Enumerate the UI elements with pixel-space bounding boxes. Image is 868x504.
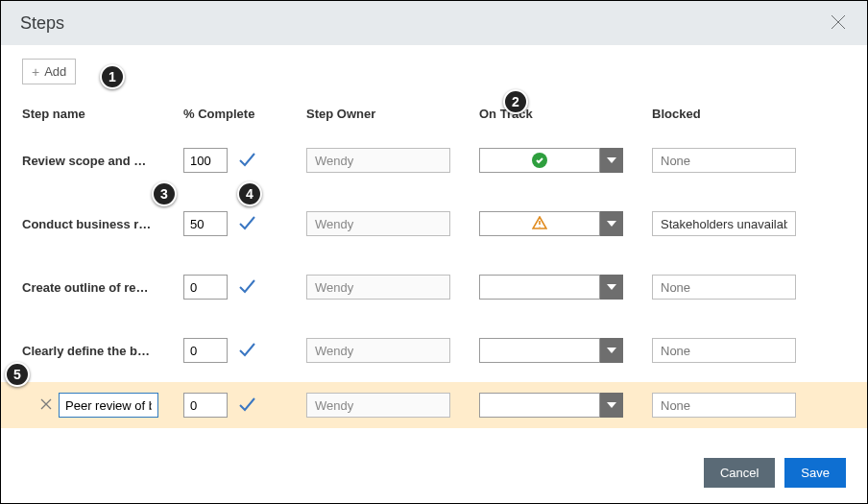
blocked-input[interactable] — [652, 148, 796, 173]
pct-input[interactable] — [183, 211, 228, 236]
track-select[interactable] — [479, 393, 623, 418]
chevron-down-icon[interactable] — [600, 275, 623, 300]
header-blocked: Blocked — [652, 107, 831, 121]
complete-icon[interactable] — [237, 213, 256, 235]
step-name: Create outline of re… — [22, 280, 166, 295]
callout-2: 2 — [503, 89, 528, 114]
add-button-label: Add — [44, 64, 66, 79]
delete-row-icon[interactable] — [39, 397, 53, 414]
track-value — [479, 393, 600, 418]
header-step-name: Step name — [22, 107, 183, 121]
callout-3: 3 — [152, 181, 177, 206]
track-value — [479, 275, 600, 300]
complete-icon[interactable] — [237, 340, 256, 362]
pct-input[interactable] — [183, 148, 228, 173]
blocked-input[interactable] — [652, 393, 796, 418]
track-value — [479, 338, 600, 363]
cancel-button[interactable]: Cancel — [704, 458, 775, 488]
plus-icon: + — [32, 65, 39, 79]
table-row: Clearly define the b… — [22, 319, 846, 382]
blocked-input[interactable] — [652, 211, 796, 236]
chevron-down-icon[interactable] — [600, 211, 623, 236]
track-select[interactable] — [479, 338, 623, 363]
owner-input[interactable] — [306, 211, 450, 236]
dialog-header: Steps — [1, 1, 867, 45]
owner-input[interactable] — [306, 393, 450, 418]
blocked-input[interactable] — [652, 275, 796, 300]
owner-input[interactable] — [306, 148, 450, 173]
callout-5: 5 — [5, 362, 30, 387]
track-value — [479, 148, 600, 173]
blocked-input[interactable] — [652, 338, 796, 363]
close-icon[interactable] — [829, 12, 848, 35]
dialog-title: Steps — [20, 13, 64, 34]
chevron-down-icon[interactable] — [600, 148, 623, 173]
owner-input[interactable] — [306, 275, 450, 300]
complete-icon[interactable] — [237, 150, 256, 172]
step-name-input[interactable] — [59, 393, 158, 418]
complete-icon[interactable] — [237, 395, 256, 417]
callout-1: 1 — [100, 64, 125, 89]
pct-input[interactable] — [183, 393, 228, 418]
add-button[interactable]: + Add — [22, 59, 76, 84]
new-row — [1, 382, 867, 428]
table-row: Create outline of re… — [22, 255, 846, 319]
owner-input[interactable] — [306, 338, 450, 363]
track-select[interactable] — [479, 211, 623, 236]
pct-input[interactable] — [183, 275, 228, 300]
complete-icon[interactable] — [237, 276, 256, 299]
header-pct: % Complete — [183, 107, 306, 121]
track-select[interactable] — [479, 148, 623, 173]
track-select[interactable] — [479, 275, 623, 300]
step-name: Review scope and … — [22, 154, 166, 168]
chevron-down-icon[interactable] — [600, 338, 623, 363]
chevron-down-icon[interactable] — [600, 393, 623, 418]
table-row: Review scope and … — [22, 129, 846, 192]
track-value — [479, 211, 600, 236]
dialog-body: + Add Step name % Complete Step Owner On… — [1, 45, 867, 428]
pct-input[interactable] — [183, 338, 228, 363]
dialog-footer: Cancel Save — [704, 458, 846, 488]
step-name: Conduct business r… — [22, 217, 166, 231]
column-headers: Step name % Complete Step Owner On Track… — [22, 102, 846, 125]
callout-4: 4 — [237, 181, 262, 206]
step-name: Clearly define the b… — [22, 344, 166, 358]
table-row: Conduct business r… — [22, 192, 846, 255]
status-warn-icon — [532, 216, 547, 232]
header-owner: Step Owner — [306, 107, 479, 121]
save-button[interactable]: Save — [784, 458, 846, 488]
status-ok-icon — [532, 153, 547, 168]
